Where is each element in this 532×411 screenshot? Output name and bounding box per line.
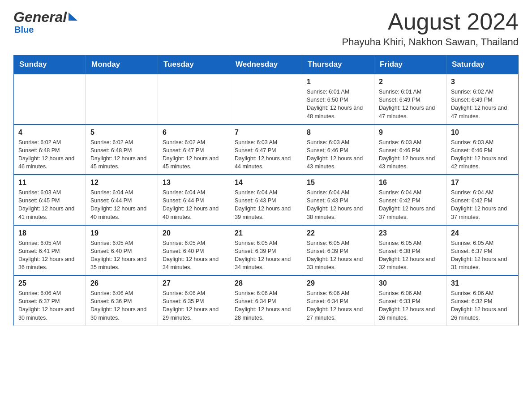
day-info: Sunrise: 6:05 AM Sunset: 6:38 PM Dayligh… [379,239,442,272]
calendar-week-1: 1Sunrise: 6:01 AM Sunset: 6:50 PM Daylig… [14,74,519,124]
day-info: Sunrise: 6:03 AM Sunset: 6:46 PM Dayligh… [451,138,514,171]
day-info: Sunrise: 6:06 AM Sunset: 6:37 PM Dayligh… [18,289,81,322]
day-header-monday: Monday [86,56,158,74]
day-number: 16 [379,179,442,187]
day-number: 24 [451,229,514,237]
day-number: 1 [307,78,369,86]
day-info: Sunrise: 6:04 AM Sunset: 6:42 PM Dayligh… [379,188,442,221]
day-info: Sunrise: 6:02 AM Sunset: 6:48 PM Dayligh… [18,138,81,171]
calendar-cell: 1Sunrise: 6:01 AM Sunset: 6:50 PM Daylig… [302,74,374,124]
day-info: Sunrise: 6:06 AM Sunset: 6:32 PM Dayligh… [451,289,514,322]
calendar-cell [158,74,230,124]
logo-arrow-icon [69,13,77,21]
calendar-cell: 22Sunrise: 6:05 AM Sunset: 6:39 PM Dayli… [302,225,374,276]
calendar-cell: 8Sunrise: 6:03 AM Sunset: 6:46 PM Daylig… [302,124,374,175]
calendar-week-2: 4Sunrise: 6:02 AM Sunset: 6:48 PM Daylig… [14,124,519,175]
day-info: Sunrise: 6:05 AM Sunset: 6:39 PM Dayligh… [307,239,369,272]
day-info: Sunrise: 6:05 AM Sunset: 6:40 PM Dayligh… [163,239,225,272]
day-info: Sunrise: 6:06 AM Sunset: 6:35 PM Dayligh… [163,289,225,322]
day-number: 25 [18,279,81,287]
day-number: 23 [379,229,442,237]
calendar-cell: 16Sunrise: 6:04 AM Sunset: 6:42 PM Dayli… [374,175,446,225]
day-info: Sunrise: 6:05 AM Sunset: 6:37 PM Dayligh… [451,239,514,272]
day-number: 19 [90,229,153,237]
day-info: Sunrise: 6:05 AM Sunset: 6:40 PM Dayligh… [90,239,153,272]
day-header-thursday: Thursday [302,56,374,74]
calendar-cell: 3Sunrise: 6:02 AM Sunset: 6:49 PM Daylig… [446,74,519,124]
calendar-cell: 19Sunrise: 6:05 AM Sunset: 6:40 PM Dayli… [86,225,158,276]
calendar-header-row: SundayMondayTuesdayWednesdayThursdayFrid… [14,56,519,74]
calendar-cell: 9Sunrise: 6:03 AM Sunset: 6:46 PM Daylig… [374,124,446,175]
day-header-sunday: Sunday [14,56,86,74]
calendar-cell: 15Sunrise: 6:04 AM Sunset: 6:43 PM Dayli… [302,175,374,225]
calendar-cell: 23Sunrise: 6:05 AM Sunset: 6:38 PM Dayli… [374,225,446,276]
day-number: 21 [235,229,297,237]
day-number: 18 [18,229,81,237]
day-info: Sunrise: 6:02 AM Sunset: 6:47 PM Dayligh… [163,138,225,171]
calendar-cell: 10Sunrise: 6:03 AM Sunset: 6:46 PM Dayli… [446,124,519,175]
day-info: Sunrise: 6:06 AM Sunset: 6:36 PM Dayligh… [90,289,153,322]
day-header-friday: Friday [374,56,446,74]
day-number: 15 [307,179,369,187]
calendar-cell: 25Sunrise: 6:06 AM Sunset: 6:37 PM Dayli… [14,275,86,325]
calendar-cell: 7Sunrise: 6:03 AM Sunset: 6:47 PM Daylig… [230,124,302,175]
day-info: Sunrise: 6:04 AM Sunset: 6:44 PM Dayligh… [90,188,153,221]
calendar-cell: 5Sunrise: 6:02 AM Sunset: 6:48 PM Daylig… [86,124,158,175]
day-info: Sunrise: 6:05 AM Sunset: 6:41 PM Dayligh… [18,239,81,272]
logo-general-text: General [13,9,67,26]
calendar-cell: 28Sunrise: 6:06 AM Sunset: 6:34 PM Dayli… [230,275,302,325]
logo-blue-text: Blue [14,25,34,35]
calendar-cell: 13Sunrise: 6:04 AM Sunset: 6:44 PM Dayli… [158,175,230,225]
calendar-week-5: 25Sunrise: 6:06 AM Sunset: 6:37 PM Dayli… [14,275,519,325]
day-number: 29 [307,279,369,287]
day-number: 28 [235,279,297,287]
calendar-cell: 12Sunrise: 6:04 AM Sunset: 6:44 PM Dayli… [86,175,158,225]
day-number: 20 [163,229,225,237]
day-number: 31 [451,279,514,287]
day-info: Sunrise: 6:06 AM Sunset: 6:34 PM Dayligh… [235,289,297,322]
day-number: 9 [379,128,442,137]
day-info: Sunrise: 6:02 AM Sunset: 6:48 PM Dayligh… [90,138,153,171]
day-info: Sunrise: 6:03 AM Sunset: 6:46 PM Dayligh… [379,138,442,171]
calendar-subtitle: Phayuha Khiri, Nakhon Sawan, Thailand [342,36,519,48]
day-info: Sunrise: 6:03 AM Sunset: 6:45 PM Dayligh… [18,188,81,221]
day-info: Sunrise: 6:06 AM Sunset: 6:34 PM Dayligh… [307,289,369,322]
day-number: 4 [18,128,81,137]
day-number: 6 [163,128,225,137]
day-info: Sunrise: 6:06 AM Sunset: 6:33 PM Dayligh… [379,289,442,322]
day-number: 17 [451,179,514,187]
day-info: Sunrise: 6:05 AM Sunset: 6:39 PM Dayligh… [235,239,297,272]
calendar-cell [86,74,158,124]
logo: General Blue [13,9,77,35]
day-info: Sunrise: 6:01 AM Sunset: 6:49 PM Dayligh… [379,88,442,120]
day-number: 8 [307,128,369,137]
day-info: Sunrise: 6:04 AM Sunset: 6:43 PM Dayligh… [235,188,297,221]
calendar-cell: 6Sunrise: 6:02 AM Sunset: 6:47 PM Daylig… [158,124,230,175]
day-number: 3 [451,78,514,86]
calendar-week-4: 18Sunrise: 6:05 AM Sunset: 6:41 PM Dayli… [14,225,519,276]
day-info: Sunrise: 6:04 AM Sunset: 6:44 PM Dayligh… [163,188,225,221]
calendar-week-3: 11Sunrise: 6:03 AM Sunset: 6:45 PM Dayli… [14,175,519,225]
day-number: 26 [90,279,153,287]
day-header-tuesday: Tuesday [158,56,230,74]
day-header-wednesday: Wednesday [230,56,302,74]
calendar-cell: 30Sunrise: 6:06 AM Sunset: 6:33 PM Dayli… [374,275,446,325]
day-info: Sunrise: 6:04 AM Sunset: 6:43 PM Dayligh… [307,188,369,221]
calendar-cell: 2Sunrise: 6:01 AM Sunset: 6:49 PM Daylig… [374,74,446,124]
calendar-cell: 26Sunrise: 6:06 AM Sunset: 6:36 PM Dayli… [86,275,158,325]
calendar-title: August 2024 [342,9,519,34]
day-number: 27 [163,279,225,287]
day-info: Sunrise: 6:01 AM Sunset: 6:50 PM Dayligh… [307,88,369,120]
calendar-cell: 24Sunrise: 6:05 AM Sunset: 6:37 PM Dayli… [446,225,519,276]
calendar-cell: 14Sunrise: 6:04 AM Sunset: 6:43 PM Dayli… [230,175,302,225]
calendar-cell: 21Sunrise: 6:05 AM Sunset: 6:39 PM Dayli… [230,225,302,276]
calendar-cell [14,74,86,124]
day-number: 2 [379,78,442,86]
day-number: 12 [90,179,153,187]
day-info: Sunrise: 6:03 AM Sunset: 6:47 PM Dayligh… [235,138,297,171]
title-block: August 2024 Phayuha Khiri, Nakhon Sawan,… [342,9,519,48]
day-number: 13 [163,179,225,187]
day-number: 7 [235,128,297,137]
day-info: Sunrise: 6:04 AM Sunset: 6:42 PM Dayligh… [451,188,514,221]
calendar-cell: 11Sunrise: 6:03 AM Sunset: 6:45 PM Dayli… [14,175,86,225]
